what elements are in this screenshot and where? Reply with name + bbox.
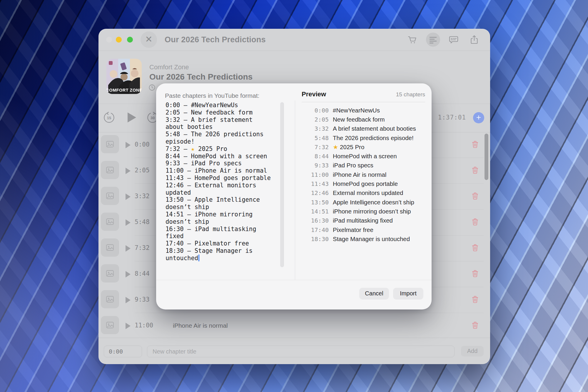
traffic-light-zoom[interactable] xyxy=(127,37,133,43)
preview-time: 17:40 xyxy=(302,226,329,233)
preview-time: 5:48 xyxy=(302,134,329,142)
chapter-time: 5:48 xyxy=(135,218,150,226)
preview-chapter-count: 15 chapters xyxy=(396,91,425,98)
transcript-bubble-icon[interactable] xyxy=(447,33,461,47)
text-caret xyxy=(198,255,199,261)
import-button[interactable]: Import xyxy=(393,288,423,300)
episode-title: Our 2026 Tech Predictions xyxy=(149,72,253,82)
podcast-artwork: COMFORT ZONE xyxy=(106,59,142,94)
trash-icon[interactable] xyxy=(472,244,478,253)
trash-icon[interactable] xyxy=(472,270,478,278)
editor-label: Paste chapters in YouTube format: xyxy=(165,92,259,99)
close-icon[interactable]: ✕ xyxy=(141,31,157,48)
preview-chapter-title: iPhone mirroring doesn’t ship xyxy=(333,208,411,215)
chapter-title: iPhone Air is normal xyxy=(173,322,228,329)
new-chapter-title-input[interactable] xyxy=(147,346,455,357)
trash-icon[interactable] xyxy=(472,192,478,201)
chapter-row: 11:00iPhone Air is normal xyxy=(98,313,490,339)
preview-time: 18:30 xyxy=(302,235,329,243)
add-chapter-plus-button[interactable]: + xyxy=(473,112,484,123)
trash-icon[interactable] xyxy=(472,166,478,175)
preview-time: 11:43 xyxy=(302,180,329,187)
new-chapter-time-field[interactable] xyxy=(104,346,142,357)
preview-row: 2:05New feedback form xyxy=(302,115,427,124)
preview-row: 17:40Pixelmator free xyxy=(302,225,427,234)
row-play-icon[interactable] xyxy=(126,323,131,329)
skip-back-15-button[interactable]: 15 xyxy=(103,112,115,125)
preview-chapter-title: iPhone Air is normal xyxy=(333,171,386,178)
clock-icon xyxy=(148,84,156,92)
preview-list: 0:00#NewYearNewUs2:05New feedback form3:… xyxy=(302,106,427,243)
row-play-icon[interactable] xyxy=(126,194,131,200)
traffic-light-minimize[interactable] xyxy=(116,37,122,43)
chapter-time: 7:32 xyxy=(135,244,150,251)
preview-chapter-title: ★ 2025 Pro xyxy=(333,144,364,151)
titlebar: ✕ Our 2026 Tech Predictions xyxy=(98,29,490,51)
preview-row: 11:43HomePod goes portable xyxy=(302,179,427,188)
preview-chapter-title: Apple Intelligence doesn’t ship xyxy=(333,199,414,206)
chapter-thumbnail[interactable] xyxy=(101,238,119,257)
share-icon[interactable] xyxy=(467,33,481,47)
chapter-time: 9:33 xyxy=(135,296,150,303)
svg-text:30: 30 xyxy=(151,116,155,120)
chapter-time: 2:05 xyxy=(135,167,150,174)
chapter-time: 0:00 xyxy=(135,141,150,148)
play-button[interactable] xyxy=(126,112,137,125)
chapter-thumbnail[interactable] xyxy=(101,161,119,179)
preview-row: 8:44HomePod with a screen xyxy=(302,152,427,161)
chapter-list-icon[interactable] xyxy=(426,33,440,47)
chapter-thumbnail[interactable] xyxy=(101,316,119,334)
preview-row: 14:51iPhone mirroring doesn’t ship xyxy=(302,207,427,216)
preview-row: 13:50Apple Intelligence doesn’t ship xyxy=(302,198,427,207)
preview-time: 16:30 xyxy=(302,217,329,224)
editor-scrollbar[interactable] xyxy=(280,102,284,267)
trash-icon[interactable] xyxy=(472,296,478,304)
chapter-time: 11:00 xyxy=(135,322,153,329)
row-play-icon[interactable] xyxy=(126,142,131,148)
preview-chapter-title: HomePod with a screen xyxy=(333,153,397,160)
preview-row: 0:00#NewYearNewUs xyxy=(302,106,427,115)
chapter-thumbnail[interactable] xyxy=(101,264,119,282)
preview-chapter-title: HomePod goes portable xyxy=(333,180,398,187)
chapter-thumbnail[interactable] xyxy=(101,290,119,308)
chapter-time: 3:32 xyxy=(135,193,150,200)
preview-title: Preview xyxy=(302,90,326,98)
preview-chapter-title: #NewYearNewUs xyxy=(333,107,380,114)
row-play-icon[interactable] xyxy=(126,271,131,277)
cancel-button[interactable]: Cancel xyxy=(359,288,389,300)
preview-time: 9:33 xyxy=(302,162,329,169)
preview-chapter-title: iPad Pro specs xyxy=(333,162,373,169)
preview-row: 11:00iPhone Air is normal xyxy=(302,170,427,179)
trash-icon[interactable] xyxy=(472,218,478,227)
preview-chapter-title: A brief statement about booties xyxy=(333,125,416,132)
preview-row: 7:32★ 2025 Pro xyxy=(302,142,427,152)
preview-time: 11:00 xyxy=(302,171,329,178)
chapter-thumbnail[interactable] xyxy=(101,135,119,153)
traffic-light-close[interactable] xyxy=(106,37,112,43)
svg-text:15: 15 xyxy=(107,116,111,120)
preview-chapter-title: Pixelmator free xyxy=(333,226,373,233)
row-play-icon[interactable] xyxy=(126,297,131,303)
chapter-thumbnail[interactable] xyxy=(101,187,119,205)
window-title: Our 2026 Tech Predictions xyxy=(165,35,266,44)
chapter-thumbnail[interactable] xyxy=(101,213,119,231)
preview-time: 13:50 xyxy=(302,199,329,206)
preview-row: 18:30Stage Manager is untouched xyxy=(302,234,427,243)
trash-icon[interactable] xyxy=(472,322,478,330)
preview-time: 2:05 xyxy=(302,116,329,123)
row-play-icon[interactable] xyxy=(126,219,131,226)
preview-chapter-title: External monitors updated xyxy=(333,189,403,196)
import-chapters-modal: Paste chapters in YouTube format: 0:00 –… xyxy=(156,83,432,309)
chapters-textarea[interactable]: 0:00 – #NewYearNewUs 2:05 – New feedback… xyxy=(166,102,274,262)
preview-chapter-title: New feedback form xyxy=(333,116,385,123)
cart-icon[interactable] xyxy=(405,33,420,47)
preview-row: 3:32A brief statement about booties xyxy=(302,124,427,133)
row-play-icon[interactable] xyxy=(126,245,131,252)
row-play-icon[interactable] xyxy=(126,168,131,174)
add-chapter-button[interactable]: Add xyxy=(461,346,484,356)
trash-icon[interactable] xyxy=(472,141,478,149)
preview-row: 5:48The 2026 predictions episode! xyxy=(302,133,427,142)
episode-duration: 1:37:01 xyxy=(438,114,466,121)
list-scrollbar[interactable] xyxy=(485,134,488,180)
preview-time: 12:46 xyxy=(302,189,329,196)
